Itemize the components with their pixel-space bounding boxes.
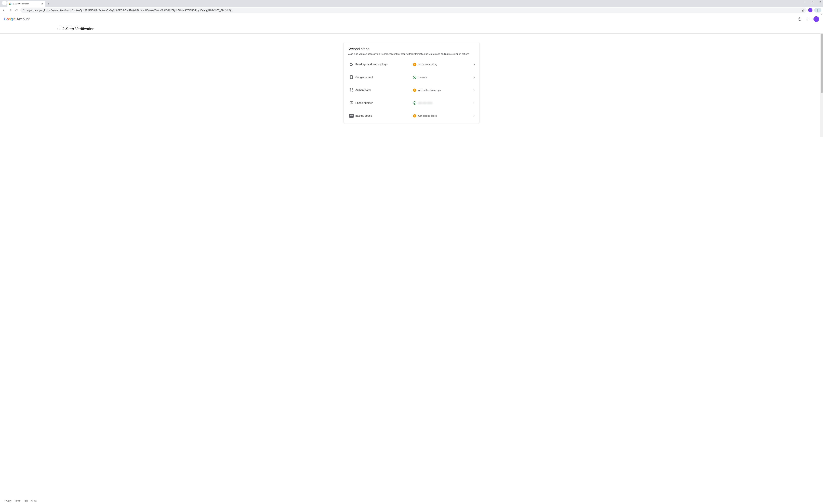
row-google-prompt[interactable]: Google prompt 1 device [343, 71, 480, 84]
window-minimize-button[interactable]: ─ [803, 1, 807, 3]
passkey-icon [347, 62, 355, 67]
svg-point-9 [808, 19, 808, 19]
page-back-button[interactable] [55, 26, 62, 32]
svg-point-2 [817, 11, 818, 11]
svg-rect-22 [353, 91, 353, 91]
svg-rect-18 [350, 89, 351, 90]
checkmark-icon [413, 76, 416, 79]
svg-point-11 [807, 20, 807, 20]
row-label: Google prompt [355, 76, 413, 79]
site-info-icon[interactable] [22, 9, 26, 12]
tab-strip: 2-Step Verification ✕ + ─ ▢ ✕ [0, 0, 823, 7]
svg-point-1 [817, 10, 818, 11]
second-steps-card: Second steps Make sure you can access yo… [343, 42, 480, 124]
svg-point-4 [800, 20, 800, 20]
tab-close-button[interactable]: ✕ [41, 2, 43, 5]
card-subtitle: Make sure you can access your Google Acc… [347, 52, 476, 56]
svg-point-26 [351, 102, 352, 103]
new-tab-button[interactable]: + [46, 1, 51, 6]
chrome-menu-button[interactable] [814, 8, 821, 12]
svg-point-6 [808, 18, 808, 18]
row-label: Authenticator [355, 89, 413, 92]
svg-point-7 [809, 18, 809, 18]
page-title-bar: Turn off 2-Step Verification 2-Step Veri… [0, 24, 823, 34]
svg-rect-21 [352, 91, 352, 91]
chevron-right-icon [473, 63, 476, 66]
row-authenticator[interactable]: Authenticator ! Add authenticator app [343, 84, 480, 97]
tabs-dropdown-button[interactable] [2, 1, 7, 5]
google-account-logo[interactable]: Google Account [4, 17, 30, 21]
row-status-text: 000 000 0000 [418, 102, 433, 104]
svg-rect-16 [350, 75, 353, 79]
row-status-text: Add authenticator app [418, 89, 441, 92]
svg-point-13 [809, 20, 809, 20]
logo-suffix: Account [17, 17, 30, 21]
content-area: Second steps Make sure you can access yo… [0, 34, 823, 137]
footer-links: Privacy Terms Help About [0, 500, 41, 502]
tab-title: 2-Step Verification [13, 3, 39, 5]
arrow-left-icon [2, 9, 5, 12]
help-icon [798, 17, 801, 21]
chevron-right-icon [473, 76, 476, 79]
svg-point-10 [809, 19, 809, 19]
account-avatar[interactable] [813, 16, 819, 22]
warning-icon: ! [413, 89, 416, 92]
svg-point-5 [807, 18, 807, 18]
svg-point-15 [352, 64, 353, 65]
warning-icon: ! [413, 63, 416, 66]
omnibox[interactable]: myaccount.google.com/signinoptions/twosv… [20, 8, 807, 13]
window-maximize-button[interactable]: ▢ [810, 1, 815, 3]
chevron-down-icon [3, 2, 5, 4]
svg-point-14 [350, 63, 352, 64]
nav-reload-button[interactable] [14, 8, 19, 12]
svg-rect-24 [353, 91, 353, 92]
browser-chrome: 2-Step Verification ✕ + ─ ▢ ✕ myaccount.… [0, 0, 823, 14]
phone-icon [347, 75, 355, 79]
chrome-profile-button[interactable] [808, 8, 812, 12]
footer-about[interactable]: About [31, 500, 36, 502]
apps-button[interactable] [805, 16, 811, 22]
chevron-right-icon [473, 114, 476, 117]
svg-point-12 [808, 20, 808, 20]
row-label: Passkeys and security keys [355, 63, 413, 66]
footer-privacy[interactable]: Privacy [5, 500, 11, 502]
page-title: 2-Step Verification [62, 27, 95, 31]
bookmark-star-icon[interactable] [802, 9, 805, 12]
window-controls: ─ ▢ ✕ [803, 1, 822, 3]
apps-grid-icon [806, 18, 809, 21]
row-label: Backup codes [355, 114, 413, 117]
qr-icon [347, 88, 355, 92]
reload-icon [15, 9, 18, 12]
kebab-icon [817, 9, 818, 11]
sms-icon [347, 101, 355, 105]
url-text: myaccount.google.com/signinoptions/twosv… [27, 9, 800, 11]
address-bar: myaccount.google.com/signinoptions/twosv… [0, 7, 823, 14]
scrollbar[interactable]: ▲ [820, 34, 823, 137]
svg-rect-23 [352, 91, 352, 92]
help-button[interactable] [797, 16, 802, 22]
arrow-right-icon [9, 9, 12, 12]
svg-point-25 [351, 102, 351, 103]
ga-header: Google Account [0, 14, 823, 24]
window-close-button[interactable]: ✕ [818, 1, 822, 3]
row-label: Phone number [355, 102, 413, 105]
browser-tab-active[interactable]: 2-Step Verification ✕ [7, 1, 45, 7]
card-title: Second steps [347, 47, 476, 51]
row-phone-number[interactable]: Phone number 000 000 0000 [343, 97, 480, 110]
row-status-text: 1 device [418, 76, 427, 78]
svg-point-27 [352, 102, 352, 103]
nav-back-button[interactable] [2, 8, 6, 12]
scroll-up-icon[interactable]: ▲ [820, 12, 823, 15]
arrow-left-icon [57, 27, 60, 31]
svg-point-8 [807, 19, 807, 19]
footer-terms[interactable]: Terms [15, 500, 20, 502]
row-backup-codes[interactable]: 123 Backup codes ! Get backup codes [343, 110, 480, 122]
footer-help[interactable]: Help [23, 500, 28, 502]
checkmark-icon [413, 101, 416, 105]
scrollbar-thumb[interactable] [821, 34, 823, 93]
chevron-right-icon [473, 102, 476, 105]
warning-icon: ! [413, 114, 416, 118]
row-passkeys[interactable]: Passkeys and security keys ! Add a secur… [343, 58, 480, 71]
nav-forward-button[interactable] [8, 8, 12, 12]
row-status-text: Add a security key [418, 63, 437, 66]
